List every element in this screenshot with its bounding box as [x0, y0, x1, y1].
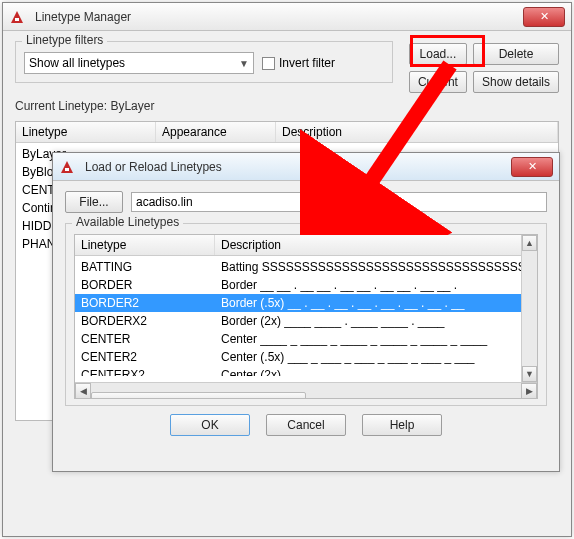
filters-legend: Linetype filters: [22, 33, 107, 47]
load-button[interactable]: Load...: [409, 43, 467, 65]
scroll-up-icon[interactable]: ▲: [522, 235, 537, 251]
modal-title: Load or Reload Linetypes: [81, 160, 507, 174]
invert-filter-label: Invert filter: [279, 56, 335, 70]
modal-close-button[interactable]: ✕: [511, 157, 553, 177]
col-description[interactable]: Description: [276, 122, 558, 142]
col-linetype[interactable]: Linetype: [75, 235, 215, 255]
list-item[interactable]: CENTERX2Center (2x) ________ __ ________…: [75, 366, 537, 376]
list-item[interactable]: BORDERBorder __ __ . __ __ . __ __ . __ …: [75, 276, 537, 294]
modal-titlebar: Load or Reload Linetypes ✕: [53, 153, 559, 181]
list-item[interactable]: CENTER2Center (.5x) ___ _ ___ _ ___ _ __…: [75, 348, 537, 366]
scroll-right-icon[interactable]: ▶: [521, 383, 537, 399]
horizontal-scrollbar[interactable]: ◀ ▶: [75, 382, 537, 398]
list-item[interactable]: BORDERX2Border (2x) ____ ____ . ____ ___…: [75, 312, 537, 330]
list-item[interactable]: CENTERCenter ____ _ ____ _ ____ _ ____ _…: [75, 330, 537, 348]
col-description[interactable]: Description: [215, 235, 537, 255]
list-header: Linetype Appearance Description: [16, 122, 558, 143]
col-linetype[interactable]: Linetype: [16, 122, 156, 142]
modal-ok-button[interactable]: OK: [170, 414, 250, 436]
svg-rect-1: [15, 18, 19, 21]
current-button[interactable]: Current: [409, 71, 467, 93]
scroll-thumb[interactable]: [91, 392, 306, 400]
invert-filter-checkbox[interactable]: Invert filter: [262, 56, 335, 70]
list-item[interactable]: BATTINGBatting SSSSSSSSSSSSSSSSSSSSSSSSS…: [75, 258, 537, 276]
modal-cancel-button[interactable]: Cancel: [266, 414, 346, 436]
titlebar: Linetype Manager ✕: [3, 3, 571, 31]
app-icon: [59, 159, 75, 175]
file-input[interactable]: acadiso.lin: [131, 192, 547, 212]
vertical-scrollbar[interactable]: ▲ ▼: [521, 235, 537, 382]
available-header: Linetype Description: [75, 235, 537, 256]
load-linetypes-dialog: Load or Reload Linetypes ✕ File... acadi…: [52, 152, 560, 472]
close-button[interactable]: ✕: [523, 7, 565, 27]
show-details-button[interactable]: Show details: [473, 71, 559, 93]
checkbox-box: [262, 57, 275, 70]
delete-button[interactable]: Delete: [473, 43, 559, 65]
available-list[interactable]: Linetype Description BATTINGBatting SSSS…: [74, 234, 538, 399]
file-button[interactable]: File...: [65, 191, 123, 213]
scroll-left-icon[interactable]: ◀: [75, 383, 91, 399]
svg-rect-4: [65, 168, 69, 171]
chevron-down-icon: ▼: [239, 58, 249, 69]
col-appearance[interactable]: Appearance: [156, 122, 276, 142]
modal-help-button[interactable]: Help: [362, 414, 442, 436]
available-legend: Available Linetypes: [72, 215, 183, 229]
scroll-down-icon[interactable]: ▼: [522, 366, 537, 382]
filter-value: Show all linetypes: [29, 56, 125, 70]
svg-marker-3: [61, 161, 73, 173]
current-linetype-label: Current Linetype: ByLayer: [15, 99, 559, 113]
list-item[interactable]: BORDER2Border (.5x) __ . __ . __ . __ . …: [75, 294, 537, 312]
filter-combo[interactable]: Show all linetypes ▼: [24, 52, 254, 74]
window-title: Linetype Manager: [31, 10, 519, 24]
app-icon: [9, 9, 25, 25]
svg-marker-0: [11, 11, 23, 23]
